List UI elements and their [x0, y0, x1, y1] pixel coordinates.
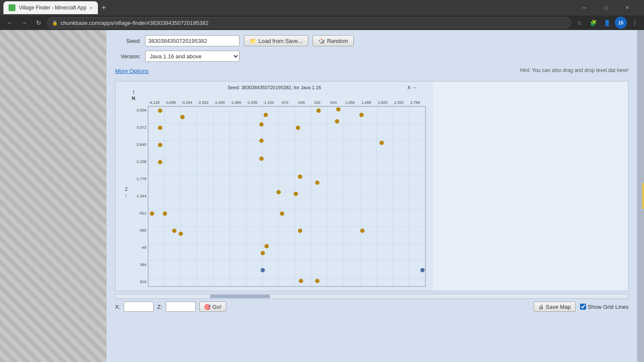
svg-text:-3,504: -3,504 [135, 108, 146, 112]
village-dot[interactable] [158, 160, 162, 164]
svg-text:-672: -672 [281, 100, 289, 105]
village-dot-blue[interactable] [420, 268, 425, 272]
village-dot[interactable] [335, 119, 339, 124]
village-dot[interactable] [158, 143, 162, 147]
new-tab-button[interactable]: + [98, 2, 110, 14]
village-dot[interactable] [259, 139, 264, 143]
village-dot[interactable] [264, 244, 269, 248]
sidebar-left [0, 30, 106, 362]
village-dot[interactable] [315, 279, 319, 283]
sidebar-accent [642, 183, 644, 209]
x-coord-input[interactable] [124, 302, 154, 312]
village-dot[interactable] [315, 181, 319, 185]
close-button[interactable]: × [617, 1, 637, 14]
svg-text:-240: -240 [297, 100, 305, 105]
svg-text:-912: -912 [139, 211, 146, 215]
svg-text:-2,400: -2,400 [214, 100, 225, 105]
tab-close-button[interactable]: × [90, 5, 92, 10]
go-button[interactable]: 🎯 Go! [199, 302, 226, 312]
svg-text:-480: -480 [139, 228, 146, 232]
svg-text:-1,968: -1,968 [230, 100, 241, 105]
x-axis-label: X → [407, 85, 416, 90]
svg-text:2,352: 2,352 [394, 100, 404, 105]
svg-text:-4,128: -4,128 [149, 100, 160, 105]
svg-text:624: 624 [330, 100, 337, 105]
version-select[interactable]: Java 1.16 and above Java 1.13 - 1.15 Jav… [145, 51, 240, 62]
save-map-button[interactable]: 🖨 Save Map [534, 302, 576, 312]
village-dot[interactable] [259, 122, 264, 127]
village-dot[interactable] [294, 192, 298, 196]
village-dot[interactable] [380, 141, 384, 145]
z-coord-input[interactable] [166, 302, 196, 312]
refresh-button[interactable]: ↻ [33, 17, 45, 29]
village-dot[interactable] [336, 107, 340, 112]
save-icon: 🖨 [538, 304, 544, 310]
village-dot[interactable] [259, 157, 264, 161]
svg-text:-1,344: -1,344 [135, 194, 146, 198]
go-icon: 🎯 [204, 304, 211, 310]
random-button[interactable]: 🎲 Random [313, 35, 354, 46]
svg-text:192: 192 [314, 100, 320, 105]
village-dot-blue[interactable] [261, 268, 265, 272]
x-coord-label: X: [115, 304, 120, 310]
tab-title: Village Finder - Minecraft App [19, 5, 86, 11]
hint-text: Hint: You can also drag and drop level.d… [520, 67, 629, 73]
village-dot[interactable] [280, 211, 284, 216]
tab-favicon [9, 4, 15, 11]
seed-input[interactable] [145, 35, 240, 46]
svg-text:-1,778: -1,778 [135, 177, 146, 181]
load-icon: 📁 [249, 38, 256, 44]
svg-text:1,056: 1,056 [345, 100, 355, 105]
show-grid-checkbox[interactable] [580, 304, 586, 310]
forward-button[interactable]: → [18, 17, 30, 29]
address-bar[interactable]: 🔒 chunkbase.com/apps/village-finder#3830… [47, 17, 571, 28]
svg-text:1,488: 1,488 [361, 100, 371, 105]
svg-text:Z: Z [125, 187, 128, 192]
svg-text:1,920: 1,920 [378, 100, 388, 105]
svg-text:-2,208: -2,208 [135, 160, 146, 164]
village-dot[interactable] [360, 229, 365, 233]
village-dot[interactable] [298, 229, 302, 233]
back-button[interactable]: ← [3, 17, 15, 29]
profile-icon-1[interactable]: 👤 [601, 17, 613, 29]
village-dot[interactable] [163, 211, 167, 216]
random-icon: 🎲 [318, 38, 325, 44]
minimize-button[interactable]: ─ [574, 1, 594, 14]
show-grid-label[interactable]: Show Grid Lines [580, 304, 629, 310]
village-dot[interactable] [158, 109, 162, 113]
lock-icon: 🔒 [52, 20, 58, 26]
scrollbar[interactable] [115, 294, 629, 299]
village-dot[interactable] [172, 229, 176, 233]
menu-icon[interactable]: ⋮ [629, 17, 641, 29]
scrollbar-thumb[interactable] [210, 295, 270, 298]
village-dot[interactable] [150, 211, 154, 216]
village-dot[interactable] [296, 126, 300, 130]
village-dot[interactable] [359, 113, 364, 117]
seed-label: Seed: [115, 38, 141, 44]
village-dot[interactable] [180, 115, 185, 119]
sidebar-right [637, 30, 644, 362]
village-dot[interactable] [276, 190, 281, 194]
village-dot[interactable] [179, 232, 183, 236]
village-dot[interactable] [264, 113, 268, 117]
extensions-icon[interactable]: 🧩 [587, 17, 599, 29]
village-dot[interactable] [261, 251, 265, 255]
svg-text:816: 816 [140, 280, 146, 284]
load-from-save-button[interactable]: 📁 Load from Save... [244, 35, 308, 46]
star-icon[interactable]: ☆ [574, 17, 586, 29]
browser-tab[interactable]: Village Finder - Minecraft App × [3, 1, 98, 14]
maximize-button[interactable]: □ [596, 1, 616, 14]
compass-arrow: ↑ [132, 88, 135, 96]
svg-text:-3,072: -3,072 [135, 125, 146, 130]
profile-badge[interactable]: 15 [615, 17, 627, 29]
svg-text:↓: ↓ [125, 192, 128, 197]
more-options-link[interactable]: More Options [115, 68, 149, 74]
version-label: Version: [115, 53, 141, 60]
svg-text:-48: -48 [141, 245, 146, 250]
village-dot[interactable] [158, 126, 162, 130]
village-dot[interactable] [316, 109, 321, 113]
map-title: Seed: 3830384350720195382, for Java 1.16 [228, 85, 321, 90]
village-dot[interactable] [298, 175, 302, 179]
village-dot[interactable] [299, 279, 303, 283]
map-svg[interactable]: Seed: 3830384350720195382, for Java 1.16… [115, 81, 433, 291]
